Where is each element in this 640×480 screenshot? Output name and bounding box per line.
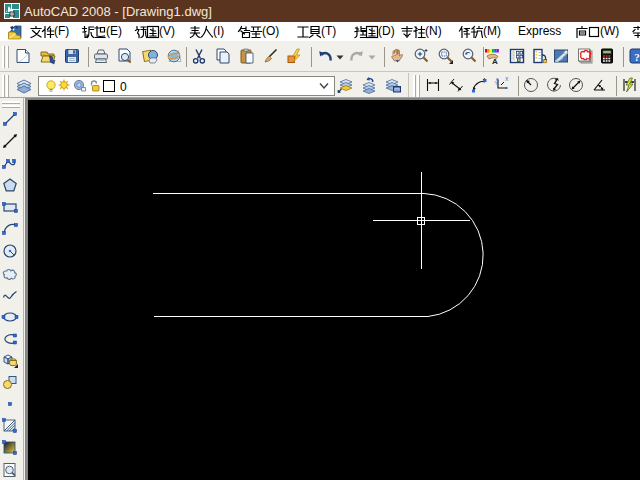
- svg-text:?: ?: [634, 51, 640, 63]
- svg-text:X: X: [505, 76, 509, 82]
- svg-text:A: A: [492, 57, 498, 66]
